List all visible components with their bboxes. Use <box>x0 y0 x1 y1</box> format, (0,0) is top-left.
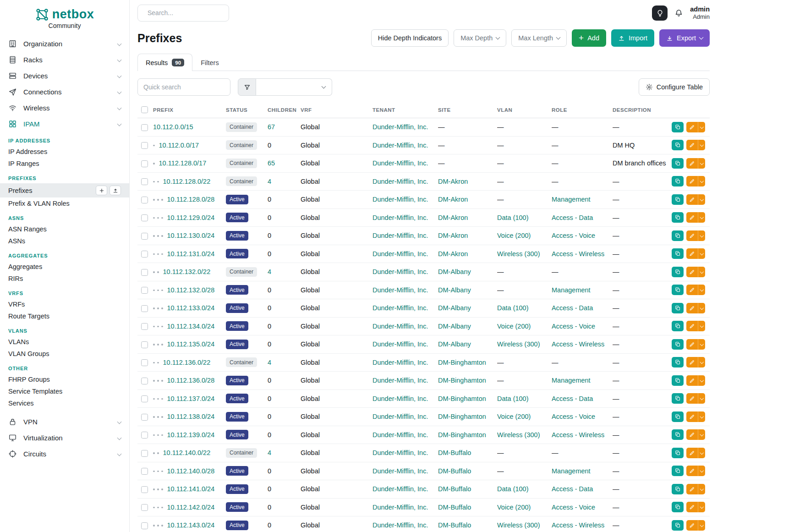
saved-filter-select[interactable] <box>256 78 332 96</box>
tenant-link[interactable]: Dunder-Mifflin, Inc. <box>372 449 428 456</box>
children-link[interactable]: 4 <box>268 359 271 366</box>
brand[interactable]: netbox Community <box>0 5 129 35</box>
role-link[interactable]: Management <box>552 377 591 384</box>
sidebar-item-prefix-vlan-roles[interactable]: Prefix & VLAN Roles <box>0 197 129 209</box>
edit-dropdown-button[interactable] <box>698 321 705 331</box>
role-link[interactable]: Access - Wireless <box>552 431 604 439</box>
edit-button[interactable] <box>686 502 698 512</box>
children-link[interactable]: 4 <box>268 178 271 185</box>
theme-toggle-button[interactable] <box>652 5 668 21</box>
edit-button[interactable] <box>686 194 698 205</box>
edit-dropdown-button[interactable] <box>698 429 705 440</box>
sidebar-item-asn-ranges[interactable]: ASN Ranges <box>0 223 129 235</box>
edit-button[interactable] <box>686 267 698 277</box>
site-link[interactable]: DM-Buffalo <box>438 504 471 511</box>
site-link[interactable]: DM-Albany <box>438 268 471 275</box>
site-link[interactable]: DM-Albany <box>438 340 471 348</box>
row-checkbox[interactable] <box>141 251 148 258</box>
row-checkbox[interactable] <box>141 160 148 167</box>
prefix-link[interactable]: 10.112.141.0/24 <box>167 485 215 493</box>
role-link[interactable]: Access - Voice <box>552 232 595 239</box>
sidebar-item-vlans[interactable]: VLANs <box>0 336 129 348</box>
edit-dropdown-button[interactable] <box>698 411 705 422</box>
clone-button[interactable] <box>672 303 684 313</box>
edit-dropdown-button[interactable] <box>698 339 705 350</box>
sidebar-item-devices[interactable]: Devices <box>0 68 129 84</box>
site-link[interactable]: DM-Buffalo <box>438 467 471 475</box>
clone-button[interactable] <box>672 357 684 367</box>
edit-button[interactable] <box>686 520 698 531</box>
role-link[interactable]: Access - Data <box>552 304 593 312</box>
quick-add-button[interactable] <box>96 186 107 195</box>
sidebar-item-ip-ranges[interactable]: IP Ranges <box>0 158 129 170</box>
vlan-link[interactable]: Voice (200) <box>497 504 531 511</box>
edit-button[interactable] <box>686 448 698 458</box>
edit-dropdown-button[interactable] <box>698 194 705 205</box>
tenant-link[interactable]: Dunder-Mifflin, Inc. <box>372 340 428 348</box>
role-link[interactable]: Access - Voice <box>552 413 595 420</box>
prefix-link[interactable]: 10.112.137.0/24 <box>167 395 215 402</box>
edit-button[interactable] <box>686 429 698 440</box>
sidebar-item-vpn[interactable]: VPN <box>0 414 129 430</box>
role-link[interactable]: Management <box>552 286 591 294</box>
vlan-link[interactable]: Data (100) <box>497 214 529 221</box>
row-checkbox[interactable] <box>141 323 148 330</box>
edit-button[interactable] <box>686 212 698 223</box>
max-length-dropdown[interactable]: Max Length <box>511 29 567 47</box>
import-button[interactable]: Import <box>611 29 654 47</box>
clone-button[interactable] <box>672 267 684 277</box>
clone-button[interactable] <box>672 448 684 458</box>
site-link[interactable]: DM-Akron <box>438 178 468 185</box>
row-checkbox[interactable] <box>141 395 148 402</box>
tenant-link[interactable]: Dunder-Mifflin, Inc. <box>372 232 428 239</box>
prefix-link[interactable]: 10.112.142.0/24 <box>167 504 215 511</box>
role-link[interactable]: Access - Wireless <box>552 521 604 529</box>
prefix-link[interactable]: 10.112.135.0/24 <box>167 340 215 348</box>
vlan-link[interactable]: Wireless (300) <box>497 521 540 529</box>
row-checkbox[interactable] <box>141 197 148 203</box>
sidebar-item-organization[interactable]: Organization <box>0 36 129 52</box>
sidebar-item-vlan-groups[interactable]: VLAN Groups <box>0 348 129 360</box>
tenant-link[interactable]: Dunder-Mifflin, Inc. <box>372 467 428 475</box>
sidebar-item-service-templates[interactable]: Service Templates <box>0 385 129 397</box>
edit-dropdown-button[interactable] <box>698 122 705 132</box>
edit-dropdown-button[interactable] <box>698 393 705 404</box>
clone-button[interactable] <box>672 230 684 241</box>
quick-search-input[interactable] <box>137 78 230 96</box>
edit-dropdown-button[interactable] <box>698 484 705 494</box>
tenant-link[interactable]: Dunder-Mifflin, Inc. <box>372 142 428 149</box>
vlan-link[interactable]: Wireless (300) <box>497 340 540 348</box>
site-link[interactable]: DM-Akron <box>438 250 468 258</box>
row-checkbox[interactable] <box>141 359 148 366</box>
prefix-link[interactable]: 10.112.139.0/24 <box>167 431 215 439</box>
tab-results[interactable]: Results 90 <box>137 54 192 71</box>
site-link[interactable]: DM-Buffalo <box>438 521 471 529</box>
site-link[interactable]: DM-Binghamton <box>438 413 486 420</box>
tenant-link[interactable]: Dunder-Mifflin, Inc. <box>372 250 428 258</box>
edit-dropdown-button[interactable] <box>698 303 705 313</box>
prefix-link[interactable]: 10.112.128.0/17 <box>159 159 207 167</box>
tenant-link[interactable]: Dunder-Mifflin, Inc. <box>372 214 428 221</box>
edit-button[interactable] <box>686 176 698 186</box>
clone-button[interactable] <box>672 158 684 169</box>
tenant-link[interactable]: Dunder-Mifflin, Inc. <box>372 178 428 185</box>
role-link[interactable]: Access - Wireless <box>552 250 604 258</box>
clone-button[interactable] <box>672 122 684 132</box>
role-link[interactable]: Management <box>552 467 591 475</box>
user-menu[interactable]: admin Admin <box>690 5 710 21</box>
tenant-link[interactable]: Dunder-Mifflin, Inc. <box>372 377 428 384</box>
select-all-checkbox[interactable] <box>141 106 148 113</box>
edit-button[interactable] <box>686 140 698 150</box>
clone-button[interactable] <box>672 248 684 259</box>
global-search-input[interactable] <box>148 9 230 16</box>
children-link[interactable]: 67 <box>268 123 275 131</box>
edit-button[interactable] <box>686 466 698 476</box>
tenant-link[interactable]: Dunder-Mifflin, Inc. <box>372 268 428 275</box>
clone-button[interactable] <box>672 339 684 350</box>
site-link[interactable]: DM-Albany <box>438 286 471 294</box>
edit-button[interactable] <box>686 339 698 350</box>
role-link[interactable]: Access - Data <box>552 214 593 221</box>
tenant-link[interactable]: Dunder-Mifflin, Inc. <box>372 504 428 511</box>
vlan-link[interactable]: Data (100) <box>497 395 529 402</box>
tenant-link[interactable]: Dunder-Mifflin, Inc. <box>372 485 428 493</box>
